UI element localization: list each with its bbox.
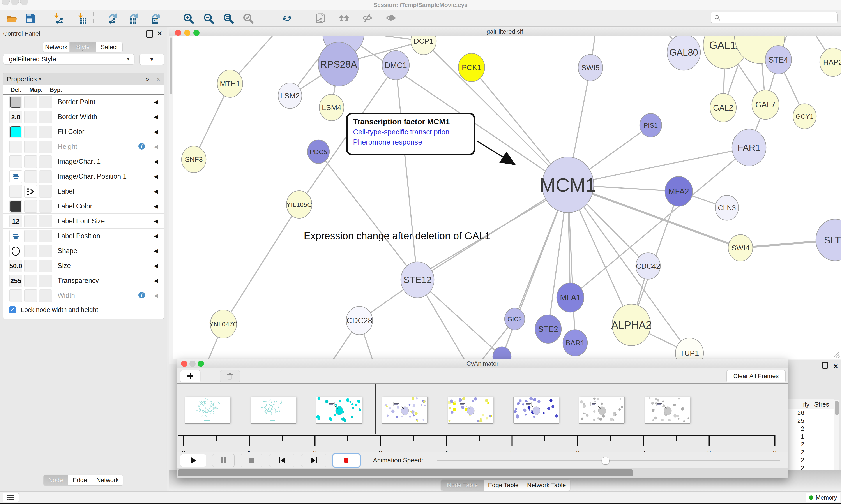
- table-scrollbar[interactable]: [834, 400, 839, 479]
- close-panel-icon[interactable]: ✕: [833, 363, 839, 370]
- skip-to-end-button[interactable]: [301, 454, 327, 467]
- map-cell[interactable]: [24, 170, 37, 183]
- def-cell[interactable]: 12: [10, 215, 22, 228]
- byp-cell[interactable]: [39, 289, 52, 302]
- expand-property-icon[interactable]: ◀: [154, 292, 158, 299]
- collapse-all-icon[interactable]: »: [153, 77, 162, 82]
- def-cell[interactable]: [10, 185, 22, 198]
- def-cell[interactable]: [10, 245, 22, 257]
- zoom-out-button[interactable]: [202, 12, 215, 25]
- float-panel-icon[interactable]: [822, 362, 828, 369]
- frame-thumbnail-3[interactable]: [382, 396, 428, 423]
- tab-edge[interactable]: Edge: [68, 475, 92, 485]
- record-button[interactable]: [333, 454, 360, 467]
- byp-cell[interactable]: [39, 230, 52, 242]
- tab-node-table[interactable]: Node Table: [441, 480, 484, 491]
- map-cell[interactable]: [24, 260, 37, 272]
- hide-selected-button[interactable]: [361, 12, 375, 25]
- speed-slider-thumb[interactable]: [602, 457, 609, 465]
- expand-property-icon[interactable]: ◀: [154, 277, 158, 284]
- map-cell[interactable]: [24, 111, 37, 123]
- frame-thumbnail-0[interactable]: [185, 396, 230, 423]
- byp-cell[interactable]: [39, 96, 52, 108]
- def-cell[interactable]: 255: [10, 274, 22, 287]
- map-cell[interactable]: [24, 215, 37, 228]
- map-cell[interactable]: [24, 185, 37, 198]
- expand-property-icon[interactable]: ◀: [154, 188, 158, 194]
- expand-property-icon[interactable]: ◀: [154, 174, 158, 180]
- delete-frame-button[interactable]: [220, 370, 240, 382]
- byp-cell[interactable]: [39, 260, 52, 272]
- refresh-button[interactable]: [280, 12, 294, 25]
- def-cell[interactable]: [10, 170, 22, 183]
- expand-property-icon[interactable]: ◀: [154, 144, 158, 150]
- def-cell[interactable]: 2.0: [10, 111, 22, 123]
- table-header[interactable]: ity Stres: [788, 399, 834, 410]
- tab-style[interactable]: Style: [70, 42, 96, 52]
- byp-cell[interactable]: [39, 111, 52, 123]
- tab-edge-table[interactable]: Edge Table: [484, 480, 523, 491]
- search-field[interactable]: [711, 12, 838, 23]
- stop-button[interactable]: [241, 454, 263, 467]
- skip-to-start-button[interactable]: [269, 454, 295, 467]
- expand-property-icon[interactable]: ◀: [154, 99, 158, 105]
- save-button[interactable]: [23, 12, 37, 25]
- import-table-button[interactable]: [75, 12, 88, 25]
- mcm1-annotation[interactable]: Transcription factor MCM1 Cell-type-spec…: [346, 113, 475, 155]
- first-neighbors-button[interactable]: [337, 12, 351, 25]
- export-table-button[interactable]: [127, 12, 140, 25]
- open-folder-button[interactable]: [5, 12, 18, 25]
- frame-thumbnail-7[interactable]: [645, 396, 690, 423]
- frame-thumbnail-5[interactable]: [513, 396, 559, 423]
- network-window-titlebar[interactable]: galFiltered.sif: [169, 27, 841, 36]
- def-cell[interactable]: [10, 289, 22, 302]
- add-frame-button[interactable]: [180, 370, 200, 382]
- resize-grip-icon[interactable]: [832, 350, 840, 358]
- map-cell[interactable]: [24, 96, 37, 108]
- float-panel-icon[interactable]: [146, 30, 153, 38]
- map-cell[interactable]: [24, 230, 37, 242]
- expand-property-icon[interactable]: ◀: [154, 248, 158, 254]
- cyanimator-scrollbar[interactable]: [177, 468, 788, 478]
- map-cell[interactable]: [24, 200, 37, 213]
- map-cell[interactable]: [24, 141, 37, 153]
- map-cell[interactable]: [24, 289, 37, 302]
- style-options-button[interactable]: ▼: [139, 54, 164, 65]
- map-cell[interactable]: [24, 126, 37, 138]
- def-cell[interactable]: [10, 141, 22, 153]
- timeline-playhead[interactable]: [375, 384, 376, 434]
- show-all-button[interactable]: [384, 12, 398, 25]
- lock-checkbox[interactable]: ✓: [9, 306, 16, 313]
- info-icon[interactable]: i: [138, 143, 145, 151]
- expand-all-icon[interactable]: »: [144, 77, 152, 82]
- play-button[interactable]: [180, 454, 206, 467]
- clear-all-frames-button[interactable]: Clear All Frames: [727, 370, 786, 382]
- def-cell[interactable]: 50.0: [10, 260, 22, 272]
- cyanimator-titlebar[interactable]: CyAnimator: [177, 359, 788, 368]
- expand-property-icon[interactable]: ◀: [154, 263, 158, 269]
- def-cell[interactable]: [10, 156, 22, 168]
- expand-property-icon[interactable]: ◀: [154, 159, 158, 165]
- properties-header[interactable]: Properties ▾ » »: [3, 73, 164, 85]
- frame-thumbnail-1[interactable]: [251, 396, 296, 423]
- byp-cell[interactable]: [39, 185, 52, 198]
- map-cell[interactable]: [24, 245, 37, 257]
- def-cell[interactable]: [10, 96, 22, 108]
- export-network-button[interactable]: [106, 12, 119, 25]
- style-selector[interactable]: galFiltered Style ▾: [3, 54, 135, 65]
- expand-property-icon[interactable]: ◀: [154, 218, 158, 224]
- frame-thumbnail-6[interactable]: [579, 396, 625, 423]
- frame-thumbnail-4[interactable]: [448, 396, 493, 423]
- tab-network[interactable]: Network: [43, 42, 70, 52]
- map-cell[interactable]: [24, 274, 37, 287]
- import-network-button[interactable]: [51, 12, 65, 25]
- network-canvas[interactable]: RPS28ADCP1DMC1PCK1MTH1LSM2LSM4SWI5GAL80G…: [169, 36, 841, 359]
- info-icon[interactable]: i: [138, 292, 145, 300]
- def-cell[interactable]: [10, 126, 22, 138]
- byp-cell[interactable]: [39, 200, 52, 213]
- expand-property-icon[interactable]: ◀: [154, 233, 158, 239]
- expand-property-icon[interactable]: ◀: [154, 129, 158, 135]
- byp-cell[interactable]: [39, 141, 52, 153]
- node-partial-bottom[interactable]: [493, 347, 511, 359]
- zoom-in-button[interactable]: [182, 12, 195, 25]
